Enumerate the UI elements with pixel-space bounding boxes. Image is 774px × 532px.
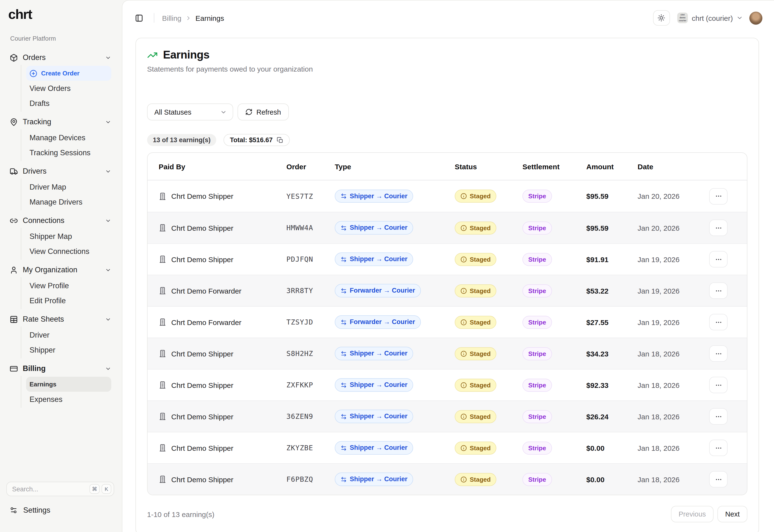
actions-cell — [709, 282, 728, 299]
earnings-card: Earnings Statements for payments owed to… — [135, 38, 759, 532]
nav-group-drivers: Drivers Driver Map Manage Drivers — [8, 164, 114, 210]
ellipsis-icon — [715, 413, 722, 420]
status-badge: Staged — [455, 221, 497, 234]
amount-value: $92.33 — [586, 381, 638, 389]
ellipsis-icon — [715, 350, 722, 357]
paid-by-cell: Chrt Demo Shipper — [159, 444, 286, 452]
table-row[interactable]: Chrt Demo Shipper YES7TZ Shipper → Couri… — [148, 180, 747, 212]
sidebar-item-tracking-sessions[interactable]: Tracking Sessions — [21, 145, 114, 160]
row-actions-button[interactable] — [709, 345, 728, 362]
sidebar-item-drivers[interactable]: Drivers — [8, 164, 114, 178]
page-subtitle: Statements for payments owed to your org… — [147, 65, 747, 73]
sidebar-item-edit-profile[interactable]: Edit Profile — [21, 293, 114, 308]
sidebar-item-create-order[interactable]: Create Order — [26, 66, 111, 81]
type-badge: Shipper → Courier — [335, 473, 413, 486]
chevron-down-icon — [105, 365, 111, 372]
paid-by-name: Chrt Demo Shipper — [171, 349, 233, 358]
org-switcher[interactable]: chrt (courier) — [692, 14, 733, 22]
sidebar-item-earnings[interactable]: Earnings — [26, 377, 111, 392]
app-logo: chrt — [8, 7, 122, 22]
paid-by-name: Chrt Demo Shipper — [171, 444, 233, 452]
actions-cell — [709, 345, 728, 362]
row-actions-button[interactable] — [709, 251, 728, 267]
table-row[interactable]: Chrt Demo Shipper 36ZEN9 Shipper → Couri… — [148, 400, 747, 432]
refresh-button[interactable]: Refresh — [238, 103, 289, 120]
ellipsis-icon — [715, 224, 722, 231]
sidebar-item-rate-driver[interactable]: Driver — [21, 327, 114, 342]
table-row[interactable]: Chrt Demo Shipper ZXFKKP Shipper → Couri… — [148, 369, 747, 400]
sidebar-toggle-button[interactable] — [132, 11, 146, 25]
type-label: Shipper → Courier — [350, 445, 408, 451]
sidebar-item-manage-devices[interactable]: Manage Devices — [21, 130, 114, 145]
kbd-meta-key: ⌘ — [89, 484, 100, 494]
status-filter-select[interactable]: All Statuses — [147, 103, 233, 120]
map-pin-icon — [10, 118, 18, 126]
sidebar-item-label: My Organization — [23, 266, 100, 274]
sidebar-item-label: Drivers — [23, 167, 100, 176]
type-badge: Shipper → Courier — [335, 221, 413, 235]
actions-cell — [709, 471, 728, 488]
chevron-down-icon[interactable] — [736, 15, 743, 21]
status-badge: Staged — [455, 190, 497, 203]
info-icon — [461, 193, 467, 199]
table-row[interactable]: Chrt Demo Shipper ZKYZBE Shipper → Couri… — [148, 432, 747, 463]
type-label: Forwarder → Courier — [350, 288, 415, 294]
next-page-button[interactable]: Next — [717, 506, 747, 522]
sidebar-item-manage-drivers[interactable]: Manage Drivers — [21, 194, 114, 209]
sidebar-item-my-organization[interactable]: My Organization — [8, 263, 114, 277]
type-cell: Forwarder → Courier — [335, 284, 455, 297]
row-actions-button[interactable] — [709, 282, 728, 299]
column-header-paid-by: Paid By — [159, 162, 286, 170]
search-input[interactable] — [12, 485, 88, 493]
row-actions-button[interactable] — [709, 188, 728, 204]
sidebar-item-tracking[interactable]: Tracking — [8, 115, 114, 129]
order-code: F6PBZQ — [286, 475, 335, 483]
status-label: Staged — [470, 225, 491, 231]
sidebar-item-rate-shipper[interactable]: Shipper — [21, 342, 114, 357]
sidebar-item-label: Connections — [23, 216, 100, 225]
sidebar-item-drafts[interactable]: Drafts — [21, 96, 114, 111]
sidebar-item-billing[interactable]: Billing — [8, 361, 114, 376]
sidebar-item-view-profile[interactable]: View Profile — [21, 278, 114, 293]
date-value: Jan 18, 2026 — [638, 475, 696, 483]
earnings-table: Paid By Order Type Status Settlement Amo… — [147, 152, 747, 495]
table-row[interactable]: Chrt Demo Forwarder TZSYJD Forwarder → C… — [148, 306, 747, 338]
actions-cell — [709, 408, 728, 425]
type-label: Shipper → Courier — [350, 256, 408, 263]
pagination-controls: Previous Next — [671, 506, 748, 522]
type-badge: Shipper → Courier — [335, 410, 413, 423]
row-actions-button[interactable] — [709, 377, 728, 393]
date-value: Jan 19, 2026 — [638, 318, 696, 326]
sidebar-item-rate-sheets[interactable]: Rate Sheets — [8, 312, 114, 326]
sidebar-item-connections[interactable]: Connections — [8, 213, 114, 228]
row-actions-button[interactable] — [709, 440, 728, 456]
row-actions-button[interactable] — [709, 471, 728, 488]
avatar[interactable] — [749, 11, 762, 24]
table-row[interactable]: Chrt Demo Shipper HMWW4A Shipper → Couri… — [148, 212, 747, 243]
table-row[interactable]: Chrt Demo Shipper S8H2HZ Shipper → Couri… — [148, 338, 747, 369]
sidebar-item-orders[interactable]: Orders — [8, 50, 114, 65]
breadcrumb-section[interactable]: Billing — [162, 14, 181, 22]
table-row[interactable]: Chrt Demo Forwarder 3RR8TY Forwarder → C… — [148, 275, 747, 306]
theme-toggle-button[interactable] — [653, 10, 670, 26]
topbar: Billing Earnings chrt demo courier chrt … — [122, 0, 774, 35]
table-row[interactable]: Chrt Demo Shipper PDJFQN Shipper → Couri… — [148, 243, 747, 275]
info-icon — [461, 476, 467, 482]
row-actions-button[interactable] — [709, 408, 728, 425]
type-label: Shipper → Courier — [350, 382, 408, 388]
sidebar-item-settings[interactable]: Settings — [10, 503, 50, 517]
settings-label: Settings — [23, 506, 50, 515]
sidebar-item-driver-map[interactable]: Driver Map — [21, 179, 114, 194]
copy-icon[interactable] — [276, 137, 283, 143]
row-actions-button[interactable] — [709, 314, 728, 330]
status-label: Staged — [470, 476, 491, 482]
arrows-left-right-icon — [341, 445, 347, 451]
previous-page-button[interactable]: Previous — [671, 506, 714, 522]
row-actions-button[interactable] — [709, 220, 728, 236]
sidebar-item-shipper-map[interactable]: Shipper Map — [21, 229, 114, 244]
ellipsis-icon — [715, 444, 722, 451]
sidebar-item-expenses[interactable]: Expenses — [21, 392, 114, 407]
table-row[interactable]: Chrt Demo Shipper F6PBZQ Shipper → Couri… — [148, 463, 747, 495]
sidebar-item-view-connections[interactable]: View Connections — [21, 244, 114, 259]
sidebar-item-view-orders[interactable]: View Orders — [21, 81, 114, 96]
